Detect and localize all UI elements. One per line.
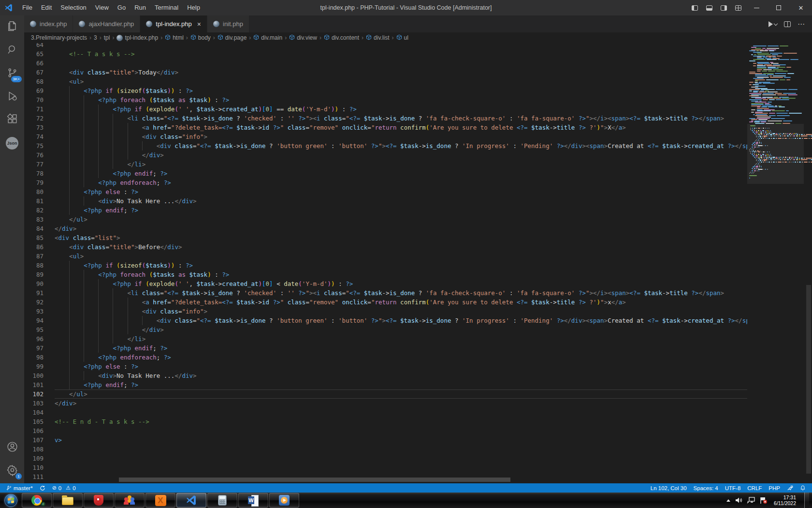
taskbar-button-antivirus[interactable]: [84, 493, 114, 508]
breadcrumb-item-html[interactable]: html: [165, 34, 184, 42]
tab-index.php[interactable]: index.php: [24, 15, 73, 32]
tab-init.php[interactable]: init.php: [207, 15, 249, 32]
code-line[interactable]: 88 <?php if (sizeof($tasks)) : ?>: [24, 261, 747, 270]
split-editor-icon[interactable]: [784, 21, 791, 27]
code-line[interactable]: 74 <div class="info">: [24, 132, 747, 141]
menu-selection[interactable]: Selection: [56, 0, 90, 15]
tray-expand-icon[interactable]: [726, 499, 730, 502]
line-content[interactable]: <div class="list">: [55, 233, 747, 242]
breadcrumb-item-tplindexphp[interactable]: tpl-index.php: [116, 34, 158, 41]
line-number[interactable]: 87: [24, 252, 44, 261]
minimize-button[interactable]: [745, 0, 768, 15]
code-line[interactable]: 98 <?php endforeach; ?>: [24, 353, 747, 362]
line-content[interactable]: <div class="info">: [55, 307, 747, 316]
line-content[interactable]: <a href="?delete_task=<?= $task->id ?>" …: [55, 298, 747, 307]
line-number[interactable]: 111: [24, 472, 44, 481]
status-indentation[interactable]: Spaces: 4: [690, 483, 722, 493]
code-line[interactable]: 66: [24, 59, 747, 68]
menu-edit[interactable]: Edit: [37, 0, 56, 15]
line-content[interactable]: <?php if (sizeof($tasks)) : ?>: [55, 261, 747, 270]
line-number[interactable]: 107: [24, 435, 44, 445]
line-content[interactable]: </div>: [55, 325, 747, 334]
breadcrumb-item-divview[interactable]: div.view: [289, 34, 317, 42]
menu-go[interactable]: Go: [113, 0, 130, 15]
action-center-flag-icon[interactable]: [759, 497, 768, 504]
line-content[interactable]: <div>No Task Here ...</div>: [55, 196, 747, 206]
problems-indicator[interactable]: ⊘ 0 ⚠ 0: [49, 483, 79, 493]
line-number[interactable]: 82: [24, 206, 44, 215]
menu-view[interactable]: View: [91, 0, 113, 15]
line-number[interactable]: 70: [24, 95, 44, 105]
taskbar-button-community[interactable]: [115, 493, 145, 508]
activity-extensions[interactable]: [0, 108, 24, 132]
activity-source-control[interactable]: 3K+: [0, 62, 24, 85]
line-number[interactable]: 110: [24, 463, 44, 472]
breadcrumb-item-divpage[interactable]: div.page: [218, 34, 246, 42]
run-button[interactable]: [768, 21, 777, 27]
breadcrumb-item-3[interactable]: 3: [94, 34, 97, 41]
line-content[interactable]: </div>: [55, 224, 747, 233]
code-line[interactable]: 105<!-- E n d - T a s k s -->: [24, 417, 747, 426]
line-number[interactable]: 93: [24, 307, 44, 316]
activity-files[interactable]: [0, 15, 24, 39]
status-encoding[interactable]: UTF-8: [722, 483, 744, 493]
code-editor[interactable]: 6465 <!-- T a s k s -->6667 <div class="…: [24, 43, 812, 483]
line-content[interactable]: <a href="?delete_task=<?= $task->id ?>" …: [55, 123, 747, 132]
line-content[interactable]: <?php if (explode(' ', $task->created_at…: [55, 105, 747, 114]
code-line[interactable]: 72 <li class="<?= $task->is_done ? 'chec…: [24, 114, 747, 123]
line-content[interactable]: <div class="title">Before</div>: [55, 242, 747, 252]
line-number[interactable]: 66: [24, 59, 44, 68]
code-line[interactable]: 71 <?php if (explode(' ', $task->created…: [24, 105, 747, 114]
activity-json[interactable]: Json: [0, 132, 24, 155]
breadcrumb-item-divlist[interactable]: div.list: [366, 34, 389, 42]
taskbar-clock[interactable]: 17:31 6/11/2022: [772, 494, 800, 506]
line-content[interactable]: <?php else : ?>: [55, 362, 747, 371]
line-number[interactable]: 76: [24, 150, 44, 160]
code-line[interactable]: 89 <?php foreach ($tasks as $task) : ?>: [24, 270, 747, 279]
code-line[interactable]: 76 </div>: [24, 150, 747, 160]
line-number[interactable]: 97: [24, 344, 44, 353]
toggle-secondary-sidebar-icon[interactable]: [716, 0, 731, 15]
code-line[interactable]: 97 <?php endif; ?>: [24, 344, 747, 353]
line-content[interactable]: <li class="<?= $task->is_done ? 'checked…: [55, 288, 747, 298]
code-line[interactable]: 100 <div>No Task Here ...</div>: [24, 371, 747, 380]
taskbar-button-calculator[interactable]: [207, 493, 237, 508]
horizontal-scrollbar[interactable]: [119, 478, 510, 482]
line-number[interactable]: 83: [24, 215, 44, 224]
line-content[interactable]: </div>: [55, 150, 747, 160]
code-line[interactable]: 87 <ul>: [24, 252, 747, 261]
line-number[interactable]: 105: [24, 417, 44, 426]
line-number[interactable]: 69: [24, 86, 44, 95]
line-content[interactable]: <?php foreach ($tasks as $task) : ?>: [55, 270, 747, 279]
line-number[interactable]: 84: [24, 224, 44, 233]
line-content[interactable]: <div class="<?= $task->is_done ? 'button…: [55, 141, 747, 150]
show-desktop-button[interactable]: [804, 493, 809, 508]
line-number[interactable]: 91: [24, 288, 44, 298]
code-line[interactable]: 110: [24, 463, 747, 472]
breadcrumb-item-3Preliminaryprojects[interactable]: 3.Preliminary-projects: [31, 34, 87, 41]
line-number[interactable]: 74: [24, 132, 44, 141]
line-content[interactable]: [55, 463, 747, 472]
line-number[interactable]: 67: [24, 68, 44, 77]
line-number[interactable]: 104: [24, 408, 44, 417]
code-line[interactable]: 83 </ul>: [24, 215, 747, 224]
minimap[interactable]: [747, 43, 804, 483]
code-line[interactable]: 69 <?php if (sizeof($tasks)) : ?>: [24, 86, 747, 95]
line-number[interactable]: 88: [24, 261, 44, 270]
line-content[interactable]: <?php endforeach; ?>: [55, 178, 747, 187]
code-line[interactable]: 70 <?php foreach ($tasks as $task) : ?>: [24, 95, 747, 105]
line-content[interactable]: <div class="info">: [55, 132, 747, 141]
breadcrumb-item-body[interactable]: body: [190, 34, 211, 42]
code-line[interactable]: 101 <?php endif; ?>: [24, 380, 747, 389]
code-line[interactable]: 68 <ul>: [24, 77, 747, 86]
line-content[interactable]: </ul>: [55, 389, 747, 399]
line-content[interactable]: [55, 445, 747, 454]
code-line[interactable]: 108: [24, 445, 747, 454]
line-content[interactable]: <?php endif; ?>: [55, 206, 747, 215]
close-tab-icon[interactable]: ×: [197, 20, 201, 28]
line-number[interactable]: 96: [24, 334, 44, 344]
line-number[interactable]: 90: [24, 279, 44, 288]
code-line[interactable]: 79 <?php endforeach; ?>: [24, 178, 747, 187]
customize-layout-icon[interactable]: [731, 0, 745, 15]
line-content[interactable]: <ul>: [55, 252, 747, 261]
